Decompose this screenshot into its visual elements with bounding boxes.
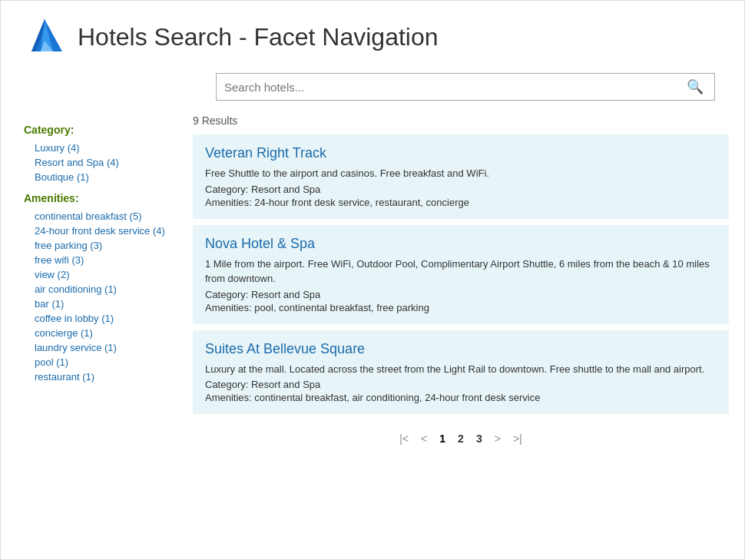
result-amenities-2: Amenities: pool, continental breakfast, … xyxy=(205,302,717,313)
amenity-continental-breakfast[interactable]: continental breakfast (5) xyxy=(24,209,170,224)
pagination-first[interactable]: |< xyxy=(399,432,409,445)
result-desc-2: 1 Mile from the airport. Free WiFi, Outd… xyxy=(205,257,717,287)
page-title: Hotels Search - Facet Navigation xyxy=(78,23,439,51)
search-button[interactable]: 🔍 xyxy=(684,78,707,95)
result-title-1[interactable]: Veteran Right Track xyxy=(205,145,717,161)
category-luxury[interactable]: Luxury (4) xyxy=(24,141,170,155)
app-logo xyxy=(24,16,65,58)
amenity-pool[interactable]: pool (1) xyxy=(24,355,170,369)
amenity-free-wifi[interactable]: free wifi (3) xyxy=(24,253,170,267)
amenity-concierge[interactable]: concierge (1) xyxy=(24,326,170,340)
category-section-title: Category: xyxy=(24,124,170,136)
result-title-2[interactable]: Nova Hotel & Spa xyxy=(205,236,717,252)
pagination-page-2[interactable]: 2 xyxy=(458,432,464,445)
result-amenities-1: Amenities: 24-hour front desk service, r… xyxy=(205,197,717,208)
amenity-coffee-lobby[interactable]: coffee in lobby (1) xyxy=(24,311,170,326)
sidebar: Category: Luxury (4) Resort and Spa (4) … xyxy=(1,108,185,552)
pagination: |< < 1 2 3 > >| xyxy=(193,420,729,452)
amenity-free-parking[interactable]: free parking (3) xyxy=(24,238,170,253)
amenity-bar[interactable]: bar (1) xyxy=(24,297,170,311)
amenity-front-desk[interactable]: 24-hour front desk service (4) xyxy=(24,224,170,238)
result-category-1: Category: Resort and Spa xyxy=(205,184,717,195)
category-boutique[interactable]: Boutique (1) xyxy=(24,170,170,184)
result-desc-3: Luxury at the mall. Located across the s… xyxy=(205,362,717,377)
amenity-air-conditioning[interactable]: air conditioning (1) xyxy=(24,282,170,297)
amenity-restaurant[interactable]: restaurant (1) xyxy=(24,369,170,384)
amenities-section-title: Amenities: xyxy=(24,192,170,204)
result-item-2: Nova Hotel & Spa 1 Mile from the airport… xyxy=(193,225,729,324)
pagination-page-1[interactable]: 1 xyxy=(439,432,445,445)
search-area: airport 🔍 xyxy=(1,65,744,108)
result-amenities-3: Amenities: continental breakfast, air co… xyxy=(205,392,717,403)
result-item-3: Suites At Bellevue Square Luxury at the … xyxy=(193,330,729,415)
pagination-last[interactable]: >| xyxy=(513,432,522,445)
amenity-laundry[interactable]: laundry service (1) xyxy=(24,340,170,355)
pagination-page-3[interactable]: 3 xyxy=(476,432,482,445)
category-list: Luxury (4) Resort and Spa (4) Boutique (… xyxy=(24,141,170,184)
search-container: airport 🔍 xyxy=(216,73,715,101)
result-category-3: Category: Resort and Spa xyxy=(205,379,717,390)
amenities-list: continental breakfast (5) 24-hour front … xyxy=(24,209,170,384)
main-layout: Category: Luxury (4) Resort and Spa (4) … xyxy=(1,108,744,559)
category-resort-spa[interactable]: Resort and Spa (4) xyxy=(24,155,170,170)
result-item-1: Veteran Right Track Free Shuttle to the … xyxy=(193,134,729,219)
result-title-3[interactable]: Suites At Bellevue Square xyxy=(205,341,717,357)
search-input[interactable]: airport xyxy=(224,81,684,94)
pagination-next[interactable]: > xyxy=(495,432,501,445)
result-category-2: Category: Resort and Spa xyxy=(205,289,717,300)
results-area: 9 Results Veteran Right Track Free Shutt… xyxy=(185,108,744,552)
amenity-view[interactable]: view (2) xyxy=(24,267,170,282)
pagination-prev[interactable]: < xyxy=(421,432,427,445)
result-desc-1: Free Shuttle to the airport and casinos.… xyxy=(205,166,717,181)
header: Hotels Search - Facet Navigation xyxy=(1,1,744,65)
results-count: 9 Results xyxy=(193,108,729,134)
